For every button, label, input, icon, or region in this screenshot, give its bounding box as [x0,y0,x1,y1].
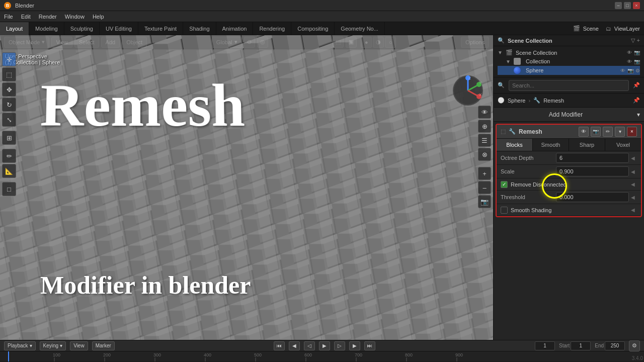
tab-compositing[interactable]: Compositing [291,22,335,35]
menu-window[interactable]: Window [65,14,85,20]
tab-sharp[interactable]: Sharp [569,139,605,151]
view-tool-3[interactable]: ☰ [478,134,491,147]
annotate-tool[interactable]: ✏ [2,149,16,163]
scene-add-btn[interactable]: + [637,37,640,44]
camera-btn[interactable]: 📷 [478,195,491,208]
measure-tool[interactable]: 📐 [2,164,16,178]
tab-shading[interactable]: Shading [183,22,216,35]
tab-blocks[interactable]: Blocks [497,139,533,151]
add-modifier-button[interactable]: Add Modifier ▾ [494,108,644,122]
timeline-view-menu[interactable]: View [70,341,88,350]
zoom-out-btn[interactable]: – [478,181,491,194]
tab-texture-paint[interactable]: Texture Paint [138,22,183,35]
jump-start-button[interactable]: ⏮ [274,341,285,350]
breadcrumb-object[interactable]: Sphere [508,98,525,104]
timeline-settings-icon[interactable]: ⚙ [629,340,640,351]
remove-disconnected-arrow[interactable]: ◀ [631,182,637,187]
move-tool[interactable]: ✥ [2,82,16,97]
minimize-button[interactable]: – [615,2,622,9]
scale-tool[interactable]: ⤡ [2,113,16,127]
smooth-shading-arrow[interactable]: ◀ [631,207,637,213]
jump-end-button[interactable]: ⏭ [364,341,375,350]
prev-frame-button[interactable]: ◁ [304,341,315,350]
breadcrumb-pin-icon[interactable]: 📌 [633,97,640,104]
zoom-in-btn[interactable]: + [478,167,491,180]
play-button[interactable]: ▶ [319,341,330,350]
octree-depth-value[interactable]: 6 [556,153,629,163]
close-button[interactable]: × [633,2,640,9]
octree-depth-label: Octree Depth [501,155,556,161]
tab-geometry-nodes[interactable]: Geometry No... [335,22,385,35]
menu-edit[interactable]: Edit [21,14,31,20]
scale-arrow[interactable]: ◀ [631,169,637,174]
scene-coll-render-icon[interactable]: 📷 [634,50,640,55]
modifier-view-icon[interactable]: 👁 [579,127,589,137]
transform-tool[interactable]: ⊞ [2,131,16,145]
tab-rendering[interactable]: Rendering [253,22,291,35]
start-frame[interactable]: 1 [571,341,591,350]
collection-label: Collection [526,58,550,64]
next-frame-button[interactable]: ▷ [334,341,345,350]
smooth-shading-checkbox[interactable] [501,207,508,214]
breadcrumb-modifier[interactable]: Remesh [543,98,564,104]
rotate-tool[interactable]: ↻ [2,98,16,112]
menu-file[interactable]: File [4,14,13,20]
next-keyframe-button[interactable]: ▶ [349,341,360,350]
scene-collection-title: Scene Collection [508,38,552,44]
viewport[interactable]: Object Mode ▾ View Select Add Object Glo… [0,35,493,340]
coll-render-icon[interactable]: 📷 [634,59,640,64]
prev-keyframe-button[interactable]: ◀ [289,341,300,350]
tab-layout[interactable]: Layout [0,22,29,35]
threshold-arrow[interactable]: ◀ [631,195,637,200]
maximize-button[interactable]: □ [624,2,631,9]
remesh-modifier-panel: ⬚ 🔧 Remesh 👁 📷 ✏ ▾ × Blocks Smooth Sh [496,124,642,217]
add-cube-tool[interactable]: □ [2,182,16,196]
collection-expand[interactable]: ▼ [506,59,511,64]
marker-menu[interactable]: Marker [92,341,115,350]
start-frame-group: Start 1 [559,341,591,350]
end-frame[interactable]: 250 [605,341,625,350]
tab-animation[interactable]: Animation [216,22,254,35]
viewport-gizmo[interactable]: Z Y X [453,75,483,106]
prop-pin-icon[interactable]: 📌 [633,82,640,88]
properties-search[interactable] [509,80,629,91]
sphere-label[interactable]: Sphere [526,67,543,73]
modifier-expand-icon[interactable]: ▾ [615,127,625,137]
playback-menu[interactable]: Playback▾ [4,341,36,350]
tab-uv-editing[interactable]: UV Editing [100,22,138,35]
keying-menu[interactable]: Keying▾ [40,341,66,350]
sphere-options-icon[interactable]: ⚙ [635,68,640,73]
modifier-edit-icon[interactable]: ✏ [603,127,613,137]
sphere-view-icon[interactable]: 👁 [620,68,625,73]
threshold-value[interactable]: 0.000 [556,192,629,202]
tab-voxel[interactable]: Voxel [605,139,641,151]
remove-disconnected-row: ✓ Remove Disconnected ◀ [497,178,641,191]
svg-text:300: 300 [153,352,161,357]
view-tool-4[interactable]: ⊗ [478,148,491,161]
modifier-close-icon[interactable]: × [627,127,637,137]
octree-depth-arrow[interactable]: ◀ [631,155,637,161]
viewlayer-icon: 🗂 [606,26,611,32]
view-tool-2[interactable]: ⊕ [478,120,491,133]
scene-filter-btn[interactable]: ▽ [631,37,635,44]
scene-filter-icon[interactable]: 🔍 [498,37,505,44]
scene-coll-view-icon[interactable]: 👁 [627,50,632,55]
sphere-render-icon[interactable]: 📷 [627,68,633,73]
sphere-icon-small: ⚪ [498,97,505,104]
tab-modeling[interactable]: Modeling [29,22,64,35]
select-tool[interactable]: ⬚ [2,67,16,81]
modifier-enable-icon[interactable]: ⬚ [501,128,506,135]
remove-disconnected-checkbox[interactable]: ✓ [501,181,508,188]
timeline-ruler[interactable]: 100 200 300 400 500 600 700 800 900 [0,351,644,361]
cursor-tool[interactable]: ✛ [2,52,16,66]
scale-value[interactable]: 0.900 [556,166,629,176]
scene-coll-expand[interactable]: ▼ [498,50,503,55]
view-tool-1[interactable]: 👁 [478,106,491,119]
coll-view-icon[interactable]: 👁 [627,59,632,64]
modifier-render-icon[interactable]: 📷 [591,127,601,137]
tab-sculpting[interactable]: Sculpting [64,22,100,35]
menu-render[interactable]: Render [39,14,57,20]
current-frame[interactable]: 1 [535,341,555,350]
tab-smooth[interactable]: Smooth [533,139,569,151]
menu-help[interactable]: Help [93,14,104,20]
